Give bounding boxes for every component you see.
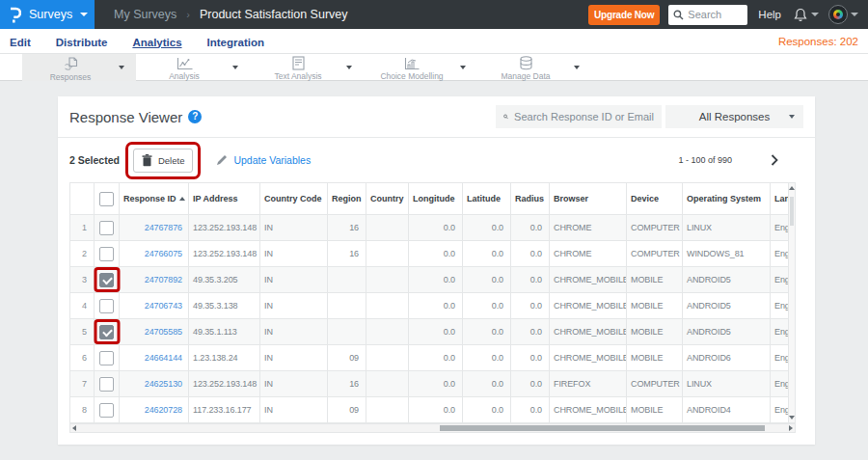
vertical-scrollbar-thumb[interactable] (790, 197, 794, 226)
cell-latitude: 0.0 (463, 319, 511, 345)
toolbar-analysis[interactable]: Analysis (136, 54, 250, 81)
toolbar-manage-data[interactable]: Manage Data (477, 54, 591, 81)
cell-response-id[interactable]: 24705585 (120, 319, 189, 345)
chevron-down-icon (232, 66, 238, 69)
column-header-country[interactable]: Country (366, 183, 409, 215)
trash-icon (142, 154, 152, 167)
select-all-checkbox[interactable] (99, 192, 114, 206)
cell-response-id[interactable]: 24706743 (120, 293, 189, 319)
toolbar-label: Manage Data (501, 71, 550, 81)
row-checkbox[interactable] (99, 273, 114, 287)
nav-tab-edit[interactable]: Edit (10, 37, 31, 48)
responses-count[interactable]: Responses: 202 (778, 36, 858, 47)
column-header-browser[interactable]: Browser (550, 183, 627, 215)
global-search-input[interactable]: Search (668, 5, 747, 25)
next-page-button[interactable] (771, 154, 778, 166)
row-checkbox[interactable] (99, 351, 114, 365)
cell-language: English (771, 215, 789, 241)
chevron-down-icon (80, 13, 88, 16)
column-header-region[interactable]: Region (328, 183, 366, 215)
cell-language: English (771, 319, 789, 345)
column-header-ip-address[interactable]: IP Address (189, 183, 260, 215)
toolbar-text-analysis[interactable]: Text Analysis (250, 54, 364, 81)
nav-tab-integration[interactable]: Integration (207, 37, 264, 48)
responses-filter-select[interactable]: All Responses (665, 105, 803, 128)
table-row: 224766075123.252.193.148IN160.00.00.0CHR… (70, 241, 789, 267)
row-checkbox[interactable] (99, 247, 114, 261)
cell-response-id[interactable]: 24625130 (120, 371, 189, 397)
response-viewer-card: Response Viewer ? Search Response ID or … (58, 96, 815, 445)
account-menu[interactable] (828, 5, 858, 24)
notifications-menu[interactable] (794, 8, 819, 22)
cell-device: COMPUTER (627, 241, 683, 267)
cell-response-id[interactable]: 24767876 (120, 215, 189, 241)
cell-response-id[interactable]: 24664144 (120, 345, 189, 371)
column-header-response-id[interactable]: Response ID (120, 183, 189, 215)
upgrade-now-button[interactable]: Upgrade Now (588, 5, 660, 25)
row-checkbox[interactable] (99, 299, 114, 313)
toolbar-choice-modelling[interactable]: Choice Modelling (364, 54, 477, 81)
response-search-input[interactable]: Search Response ID or Email (496, 105, 662, 128)
toolbar-responses[interactable]: Responses (22, 54, 136, 81)
cell-radius: 0.0 (511, 345, 550, 371)
cell-longitude: 0.0 (409, 241, 463, 267)
row-checkbox[interactable] (99, 377, 114, 392)
column-header-language[interactable]: Language (771, 183, 789, 215)
row-checkbox[interactable] (99, 403, 114, 418)
column-header-latitude[interactable]: Latitude (463, 183, 511, 215)
cell-latitude: 0.0 (463, 293, 511, 319)
cell-longitude: 0.0 (409, 371, 463, 397)
nav-tab-distribute[interactable]: Distribute (56, 37, 108, 48)
column-header-country-code[interactable]: Country Code (260, 183, 328, 215)
top-navbar: Surveys My Surveys › Product Satisfactio… (0, 0, 868, 29)
help-link[interactable]: Help (758, 9, 781, 20)
cell-region (328, 293, 366, 319)
responses-filter-value: All Responses (699, 111, 771, 122)
chevron-down-icon (811, 13, 819, 16)
cell-country (366, 371, 409, 397)
row-checkbox[interactable] (99, 325, 114, 339)
scroll-up-icon[interactable] (789, 186, 795, 190)
help-circle-icon[interactable]: ? (188, 110, 202, 123)
column-header-select (95, 183, 120, 215)
manage-data-icon (519, 56, 533, 70)
cell-country-code: IN (260, 293, 328, 319)
table-row: 124767876123.252.193.148IN160.00.00.0CHR… (70, 215, 789, 241)
sort-ascending-icon (179, 197, 185, 201)
vertical-scrollbar[interactable] (788, 182, 796, 423)
scroll-right-icon[interactable] (789, 425, 793, 431)
nav-tab-analytics[interactable]: Analytics (132, 37, 181, 48)
cell-language: English (771, 241, 789, 267)
cell-browser: CHROME (550, 241, 627, 267)
horizontal-scrollbar[interactable] (69, 423, 796, 433)
delete-button[interactable]: Delete (133, 149, 193, 173)
row-checkbox[interactable] (99, 221, 114, 235)
scroll-down-icon[interactable] (789, 416, 795, 419)
horizontal-scrollbar-thumb[interactable] (440, 425, 765, 431)
cell-radius: 0.0 (511, 371, 550, 397)
column-header-longitude[interactable]: Longitude (409, 183, 463, 215)
column-header-operating-system[interactable]: Operating System (683, 183, 771, 215)
cell-longitude: 0.0 (409, 319, 463, 345)
cell-radius: 0.0 (511, 267, 550, 293)
survey-nav: EditDistributeAnalyticsIntegration Respo… (0, 29, 868, 54)
pencil-icon (216, 154, 228, 166)
breadcrumb-my-surveys[interactable]: My Surveys (114, 8, 176, 21)
update-variables-link[interactable]: Update Variables (216, 154, 311, 166)
page-body: Response Viewer ? Search Response ID or … (0, 81, 868, 445)
cell-num: 6 (70, 345, 95, 371)
cell-response-id[interactable]: 24707892 (120, 267, 189, 293)
questionpro-logo-icon (9, 7, 21, 23)
cell-response-id[interactable]: 24620728 (120, 397, 189, 423)
cell-country (366, 319, 409, 345)
scroll-left-icon[interactable] (72, 425, 76, 431)
cell-country (366, 241, 409, 267)
toolbar-label: Analysis (169, 71, 200, 81)
chevron-down-icon (460, 66, 466, 69)
table-row: 52470558549.35.1.113IN0.00.00.0CHROME_MO… (70, 319, 789, 345)
column-header-device[interactable]: Device (627, 183, 683, 215)
surveys-menu[interactable]: Surveys (0, 0, 95, 29)
cell-response-id[interactable]: 24766075 (120, 241, 189, 267)
cell-browser: FIREFOX (550, 371, 627, 397)
column-header-radius[interactable]: Radius (511, 183, 550, 215)
